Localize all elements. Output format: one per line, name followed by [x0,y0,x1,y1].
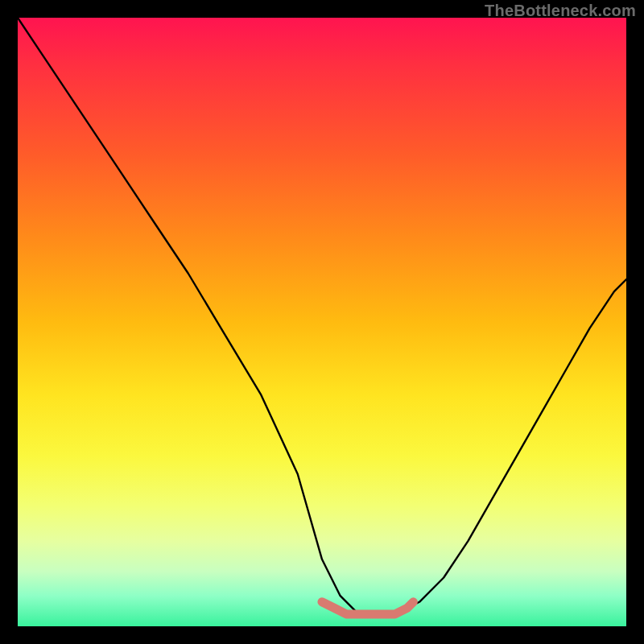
optimal-band [322,602,413,614]
chart-svg [18,18,626,626]
chart-frame: TheBottleneck.com [0,0,644,644]
plot-area [18,18,626,626]
bottleneck-curve [18,18,626,614]
